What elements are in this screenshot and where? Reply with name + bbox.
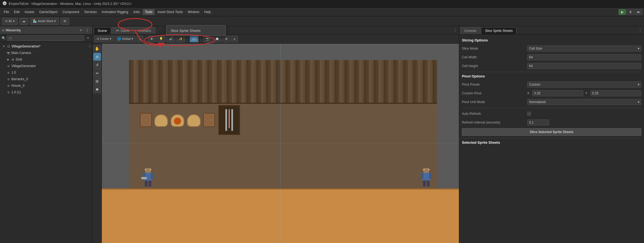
- hierarchy-search-input[interactable]: [7, 35, 84, 41]
- 2d-button[interactable]: 2D: [190, 36, 198, 42]
- xy-inputs: X Y: [527, 90, 641, 96]
- hierarchy-header-actions: + ⋮: [78, 28, 90, 33]
- cell-height-label: Cell Height: [462, 64, 527, 68]
- svg-rect-3: [145, 169, 146, 170]
- slice-mode-dropdown[interactable]: Cell Size ▾: [527, 46, 641, 52]
- x-field: X: [527, 90, 583, 96]
- rect-tool[interactable]: ⊞: [93, 77, 101, 85]
- pause-button[interactable]: ⏸: [627, 9, 634, 15]
- menu-gameobject[interactable]: GameObject: [37, 9, 60, 15]
- scale-tool[interactable]: ⇔: [93, 69, 101, 77]
- asset-store-button[interactable]: 🏪 Asset Store ▾: [30, 18, 59, 25]
- pivot-unit-row: Pivot Unit Mode Normalized ▾: [462, 98, 641, 106]
- slice-mode-arrow-icon: ▾: [638, 47, 639, 50]
- refresh-interval-value: [527, 119, 641, 125]
- audio-button[interactable]: 🔊: [167, 36, 175, 42]
- menu-edit[interactable]: Edit: [12, 9, 22, 15]
- cloud-button[interactable]: ☁: [19, 18, 28, 25]
- pivot-preset-text: Custom: [529, 83, 540, 86]
- cell-width-value: [527, 54, 641, 60]
- hierarchy-menu-button[interactable]: ⋮: [85, 28, 90, 33]
- hierarchy-item-1-0[interactable]: ⊙ 1.0: [0, 69, 92, 76]
- slice-selected-button[interactable]: Slice Selected Sprite Sheets: [462, 128, 641, 136]
- menu-window[interactable]: Window: [185, 9, 201, 15]
- menu-animation-rigging[interactable]: Animation Rigging: [99, 9, 130, 15]
- right-panel-menu[interactable]: ⋮: [637, 28, 643, 33]
- menu-jobs[interactable]: Jobs: [131, 9, 142, 15]
- vertical-tools: ✋ ⊕ ↺ ⇔ ⊞ ✺: [93, 44, 102, 243]
- console-tab[interactable]: Console: [460, 27, 480, 34]
- menu-tools[interactable]: Tools: [143, 9, 155, 15]
- custom-pivot-label: Custom Pivot: [462, 91, 527, 95]
- grid-icon: ⊞: [11, 58, 15, 61]
- cell-height-input[interactable]: [527, 63, 641, 69]
- pivot-y-input[interactable]: [590, 90, 642, 96]
- game-tab[interactable]: 🎮 Game: [112, 27, 134, 34]
- visibility-button[interactable]: 👁: [148, 36, 156, 42]
- menu-services[interactable]: Services: [82, 9, 99, 15]
- slice-mode-label: Slice Mode: [462, 47, 527, 50]
- slice-sprite-sheets-tab[interactable]: Slice Sprite Sheets: [481, 27, 517, 34]
- spear-1: [229, 109, 230, 128]
- hand-tool[interactable]: ✋: [93, 45, 101, 52]
- step-button[interactable]: ⏭: [635, 9, 642, 15]
- scene-viewport[interactable]: [102, 44, 459, 243]
- auto-refresh-checkbox-container: ✓: [527, 112, 641, 116]
- svg-rect-8: [145, 181, 148, 187]
- scene-tabs-menu[interactable]: ⋮: [452, 28, 458, 33]
- hierarchy-item-maincamera[interactable]: 📷 Main Camera: [0, 50, 92, 56]
- x-label: X: [527, 91, 531, 95]
- roof-tiles: [129, 60, 437, 104]
- lighting-button[interactable]: 💡: [157, 36, 165, 42]
- auto-refresh-row: Auto Refresh ✓: [462, 110, 641, 117]
- extra-button[interactable]: ≡: [231, 36, 238, 42]
- menu-asset-store-tools[interactable]: Asset Store Tools: [155, 9, 185, 15]
- title-text: EmpireToEnd - VillageGeneration - Window…: [9, 2, 132, 6]
- pivot-dropdown[interactable]: ⊙ Center ▾: [94, 36, 114, 42]
- pivot-preset-dropdown[interactable]: Custom ▾: [527, 82, 641, 88]
- menu-component[interactable]: Component: [60, 9, 81, 15]
- pivot-x-input[interactable]: [532, 90, 583, 96]
- render-button[interactable]: 🔲: [213, 36, 222, 42]
- add-hierarchy-button[interactable]: +: [78, 28, 84, 33]
- transform-tool[interactable]: ✺: [93, 86, 101, 93]
- store-icon: 🏪: [33, 19, 37, 23]
- move-tool[interactable]: ⊕: [93, 53, 101, 61]
- auto-refresh-checkbox[interactable]: ✓: [527, 112, 531, 116]
- cell-height-row: Cell Height: [462, 62, 641, 70]
- villagegeneration-options-icon[interactable]: ⋮: [87, 44, 92, 49]
- play-button[interactable]: ▶: [618, 9, 626, 15]
- barrels-area: [140, 113, 215, 127]
- menu-file[interactable]: File: [2, 9, 11, 15]
- hierarchy-filter-button[interactable]: ▾: [85, 35, 91, 41]
- pivot-unit-dropdown[interactable]: Normalized ▾: [527, 99, 641, 105]
- effects-button[interactable]: ✨: [176, 36, 185, 42]
- menu-assets[interactable]: Assets: [22, 9, 36, 15]
- hierarchy-item-villagegeneration[interactable]: ▼ ⬡ VillageGeneration* ⋮: [0, 43, 92, 50]
- pivot-preset-value: Custom ▾: [527, 82, 641, 88]
- hierarchy-item-grid[interactable]: ▶ ⊞ Grid: [0, 56, 92, 63]
- menu-help[interactable]: Help: [202, 9, 213, 15]
- viewport-container: ✋ ⊕ ↺ ⇔ ⊞ ✺: [93, 44, 459, 243]
- hierarchy-item-house[interactable]: ⊙ House_0: [0, 82, 92, 89]
- svg-rect-13: [428, 169, 430, 170]
- settings-button[interactable]: ⚙: [60, 18, 69, 25]
- toolbar-separator-1: [145, 36, 146, 42]
- hierarchy-panel: ≡ Hierarchy + ⋮ 🔍 ▾ ▼ ⬡ VillageGeneratio…: [0, 26, 93, 243]
- slice-sprite-sheets-menu-item[interactable]: Slice Sprite Sheets: [166, 26, 226, 35]
- hierarchy-item-barracks[interactable]: ⊙ Barracks_0: [0, 76, 92, 82]
- pivot-preset-row: Pivot Preset Custom ▾: [462, 81, 641, 88]
- camera-icon-btn[interactable]: 📷: [203, 36, 212, 42]
- hierarchy-item-villagegenerator[interactable]: ⊙ VillageGenerator: [0, 63, 92, 69]
- hierarchy-item-1-0-1[interactable]: ⊙ 1.0 (1): [0, 89, 92, 95]
- scale-field[interactable]: 1: [137, 36, 143, 42]
- gizmo-button[interactable]: ⊕: [223, 36, 230, 42]
- refresh-interval-input[interactable]: [527, 119, 549, 125]
- cell-width-input[interactable]: [527, 54, 641, 60]
- bl-button[interactable]: ⊙ BL ▾: [2, 18, 18, 25]
- rotate-tool[interactable]: ↺: [93, 61, 101, 69]
- space-dropdown[interactable]: 🌐 Global ▾: [115, 36, 136, 42]
- scene-tab[interactable]: Scene: [94, 27, 111, 34]
- target-3: [187, 114, 201, 127]
- animator-tab[interactable]: Animator: [134, 27, 155, 34]
